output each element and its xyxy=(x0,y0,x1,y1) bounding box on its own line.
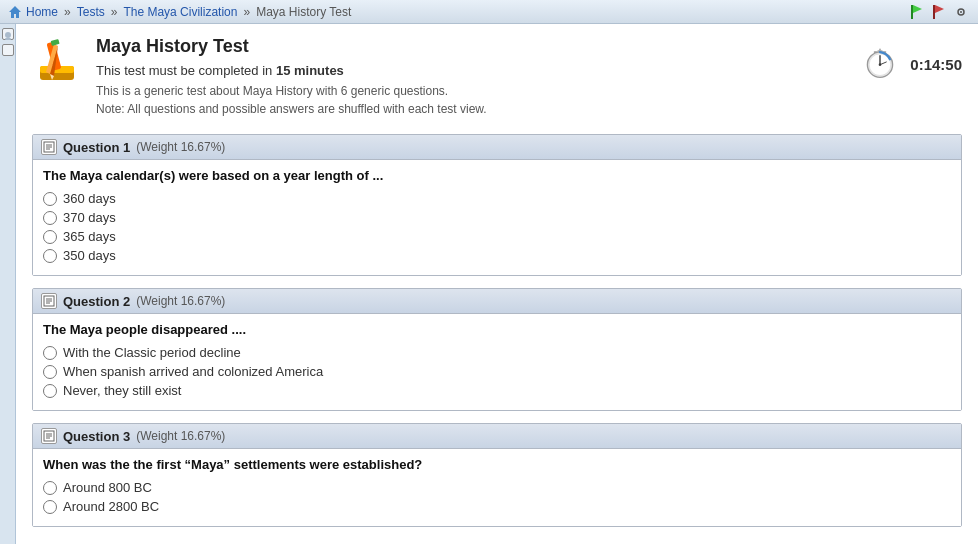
q2-option-2[interactable]: When spanish arrived and colonized Ameri… xyxy=(43,364,951,379)
question-3-label: Question 3 xyxy=(63,429,130,444)
main-content: Maya History Test This test must be comp… xyxy=(16,24,978,544)
q1-radio-3[interactable] xyxy=(43,230,57,244)
timer-area: 0:14:50 xyxy=(862,44,962,84)
svg-marker-0 xyxy=(9,6,21,18)
q1-option-2[interactable]: 370 days xyxy=(43,210,951,225)
breadcrumb-current: Maya History Test xyxy=(256,5,351,19)
q2-label-1: With the Classic period decline xyxy=(63,345,241,360)
question-3-header: Question 3 (Weight 16.67%) xyxy=(33,424,961,449)
q1-option-4[interactable]: 350 days xyxy=(43,248,951,263)
q2-option-1[interactable]: With the Classic period decline xyxy=(43,345,951,360)
time-value: 15 minutes xyxy=(276,63,344,78)
question-2-weight: (Weight 16.67%) xyxy=(136,294,225,308)
question-2-section: Question 2 (Weight 16.67%) The Maya peop… xyxy=(32,288,962,411)
question-1-section: Question 1 (Weight 16.67%) The Maya cale… xyxy=(32,134,962,276)
question-1-body: The Maya calendar(s) were based on a yea… xyxy=(33,160,961,275)
q1-radio-2[interactable] xyxy=(43,211,57,225)
q1-label-1: 360 days xyxy=(63,191,116,206)
description-line1: This is a generic test about Maya Histor… xyxy=(96,82,487,100)
pencil-icon xyxy=(32,36,82,86)
q2-label-3: Never, they still exist xyxy=(63,383,182,398)
question-1-weight: (Weight 16.67%) xyxy=(136,140,225,154)
q1-radio-4[interactable] xyxy=(43,249,57,263)
svg-marker-2 xyxy=(913,5,922,13)
question-1-icon xyxy=(41,139,57,155)
question-2-label: Question 2 xyxy=(63,294,130,309)
breadcrumb-maya-civ[interactable]: The Maya Civilization xyxy=(123,5,237,19)
description-line2: Note: All questions and possible answers… xyxy=(96,100,487,118)
question-1-header: Question 1 (Weight 16.67%) xyxy=(33,135,961,160)
q2-label-2: When spanish arrived and colonized Ameri… xyxy=(63,364,323,379)
q3-label-2: Around 2800 BC xyxy=(63,499,159,514)
question-1-label: Question 1 xyxy=(63,140,130,155)
svg-rect-8 xyxy=(5,38,11,40)
q1-label-2: 370 days xyxy=(63,210,116,225)
svg-rect-1 xyxy=(911,5,913,19)
time-notice: This test must be completed in 15 minute… xyxy=(96,63,487,78)
svg-point-7 xyxy=(5,32,11,38)
svg-rect-19 xyxy=(879,49,881,52)
header-text: Maya History Test This test must be comp… xyxy=(96,36,487,118)
left-sidebar xyxy=(0,24,16,544)
q3-radio-2[interactable] xyxy=(43,500,57,514)
home-icon[interactable] xyxy=(8,5,22,19)
question-2-text: The Maya people disappeared .... xyxy=(43,322,951,337)
header-left: Maya History Test This test must be comp… xyxy=(32,36,487,118)
question-2-body: The Maya people disappeared .... With th… xyxy=(33,314,961,410)
svg-rect-15 xyxy=(51,39,60,46)
question-1-text: The Maya calendar(s) were based on a yea… xyxy=(43,168,951,183)
page-title: Maya History Test xyxy=(96,36,487,57)
settings-icon[interactable] xyxy=(952,3,970,21)
question-3-weight: (Weight 16.67%) xyxy=(136,429,225,443)
sidebar-item-2[interactable] xyxy=(2,44,14,56)
breadcrumb-home[interactable]: Home xyxy=(26,5,58,19)
topbar: Home » Tests » The Maya Civilization » M… xyxy=(0,0,978,24)
stopwatch-icon xyxy=(862,44,902,84)
q1-label-3: 365 days xyxy=(63,229,116,244)
q3-option-1[interactable]: Around 800 BC xyxy=(43,480,951,495)
q3-radio-1[interactable] xyxy=(43,481,57,495)
svg-rect-20 xyxy=(874,51,878,53)
q1-option-3[interactable]: 365 days xyxy=(43,229,951,244)
questions-container: Question 1 (Weight 16.67%) The Maya cale… xyxy=(32,134,962,527)
q2-option-3[interactable]: Never, they still exist xyxy=(43,383,951,398)
flag-red-icon[interactable] xyxy=(930,3,948,21)
q2-radio-1[interactable] xyxy=(43,346,57,360)
question-3-body: When was the the first “Maya” settlement… xyxy=(33,449,961,526)
q3-label-1: Around 800 BC xyxy=(63,480,152,495)
question-3-section: Question 3 (Weight 16.67%) When was the … xyxy=(32,423,962,527)
breadcrumb-tests[interactable]: Tests xyxy=(77,5,105,19)
flag-green-icon[interactable] xyxy=(908,3,926,21)
q3-option-2[interactable]: Around 2800 BC xyxy=(43,499,951,514)
sidebar-item-1[interactable] xyxy=(2,28,14,40)
question-2-icon xyxy=(41,293,57,309)
q1-radio-1[interactable] xyxy=(43,192,57,206)
svg-rect-3 xyxy=(933,5,935,19)
question-3-icon xyxy=(41,428,57,444)
topbar-icons xyxy=(908,3,970,21)
page-header: Maya History Test This test must be comp… xyxy=(32,36,962,118)
question-2-header: Question 2 (Weight 16.67%) xyxy=(33,289,961,314)
q2-radio-3[interactable] xyxy=(43,384,57,398)
svg-point-6 xyxy=(960,11,962,13)
svg-marker-4 xyxy=(935,5,944,13)
breadcrumb: Home » Tests » The Maya Civilization » M… xyxy=(8,5,351,19)
q1-label-4: 350 days xyxy=(63,248,116,263)
q1-option-1[interactable]: 360 days xyxy=(43,191,951,206)
q2-radio-2[interactable] xyxy=(43,365,57,379)
question-3-text: When was the the first “Maya” settlement… xyxy=(43,457,951,472)
timer-display: 0:14:50 xyxy=(910,56,962,73)
